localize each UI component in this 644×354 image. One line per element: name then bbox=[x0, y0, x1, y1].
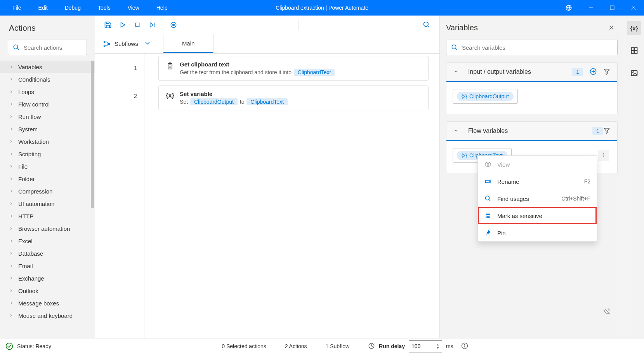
minimize-button[interactable] bbox=[580, 0, 601, 16]
incognito-icon bbox=[484, 212, 492, 220]
action-category-scripting[interactable]: Scripting bbox=[0, 148, 95, 160]
action-category-browser-automation[interactable]: Browser automation bbox=[0, 222, 95, 235]
actions-search[interactable] bbox=[8, 40, 87, 55]
action-step-1[interactable]: A Get clipboard text Get the text from t… bbox=[158, 56, 429, 81]
delay-unit: ms bbox=[446, 343, 453, 349]
menu-help[interactable]: Help bbox=[148, 0, 176, 16]
svg-point-15 bbox=[104, 41, 105, 42]
svg-line-14 bbox=[428, 26, 429, 27]
count-badge: 1 bbox=[592, 127, 603, 135]
action-category-file[interactable]: File bbox=[0, 160, 95, 173]
collapse-icon[interactable] bbox=[453, 69, 459, 75]
svg-line-43 bbox=[489, 199, 490, 201]
variables-rail-button[interactable]: {x} bbox=[627, 21, 641, 35]
chevron-right-icon bbox=[9, 188, 14, 195]
variable-chip: ClipboardOutput bbox=[190, 98, 238, 105]
actions-category-list[interactable]: VariablesConditionalsLoopsFlow controlRu… bbox=[0, 61, 95, 338]
menu-edit[interactable]: Edit bbox=[30, 0, 56, 16]
filter-button[interactable] bbox=[603, 68, 610, 76]
menu-file[interactable]: File bbox=[4, 0, 30, 16]
action-category-excel[interactable]: Excel bbox=[0, 235, 95, 247]
spinner-arrows[interactable]: ▲▼ bbox=[436, 343, 439, 350]
right-rail: {x} bbox=[624, 16, 644, 338]
action-category-compression[interactable]: Compression bbox=[0, 185, 95, 197]
close-button[interactable] bbox=[623, 0, 644, 16]
step-description: Get the text from the clipboard and stor… bbox=[180, 69, 335, 76]
action-category-ui-automation[interactable]: UI automation bbox=[0, 197, 95, 210]
variable-token[interactable]: {x}ClipboardOutput bbox=[457, 92, 514, 101]
window-title: Clipboard extraction | Power Automate bbox=[276, 5, 368, 11]
designer-search-button[interactable] bbox=[419, 17, 434, 32]
delay-value-input[interactable] bbox=[411, 343, 429, 349]
action-category-email[interactable]: Email bbox=[0, 260, 95, 272]
action-category-http[interactable]: HTTP bbox=[0, 210, 95, 222]
action-category-run-flow[interactable]: Run flow bbox=[0, 110, 95, 123]
svg-rect-37 bbox=[631, 70, 637, 75]
add-variable-button[interactable] bbox=[589, 68, 597, 77]
subflows-dropdown[interactable]: Subflows bbox=[95, 34, 163, 53]
variables-search[interactable] bbox=[446, 40, 618, 55]
variables-search-input[interactable] bbox=[462, 44, 613, 51]
clipboard-icon: A bbox=[166, 62, 174, 70]
svg-line-6 bbox=[17, 48, 19, 50]
ctx-mark-as-sensitive[interactable]: Mark as sensitive bbox=[478, 207, 597, 224]
variables-pane-title: Variables bbox=[446, 23, 605, 32]
chevron-right-icon bbox=[9, 163, 14, 170]
ui-elements-rail-button[interactable] bbox=[627, 44, 641, 58]
chevron-right-icon bbox=[9, 213, 14, 220]
save-button[interactable] bbox=[101, 17, 115, 32]
maximize-button[interactable] bbox=[601, 0, 623, 16]
action-category-message-boxes[interactable]: Message boxes bbox=[0, 297, 95, 309]
action-category-variables[interactable]: Variables bbox=[0, 61, 95, 73]
action-category-conditionals[interactable]: Conditionals bbox=[0, 73, 95, 85]
chevron-right-icon bbox=[9, 138, 14, 145]
svg-point-39 bbox=[487, 164, 489, 166]
ctx-pin[interactable]: Pin bbox=[478, 224, 597, 241]
scrollbar-thumb[interactable] bbox=[91, 61, 94, 208]
more-options-button[interactable] bbox=[598, 150, 609, 161]
run-button[interactable] bbox=[115, 17, 130, 32]
clear-button[interactable] bbox=[603, 307, 612, 316]
svg-rect-35 bbox=[631, 51, 634, 54]
variable-field[interactable]: {x}ClipboardOutput bbox=[453, 89, 518, 104]
designer-toolbar bbox=[95, 16, 439, 34]
svg-rect-2 bbox=[610, 6, 614, 10]
actions-search-input[interactable] bbox=[24, 44, 97, 51]
action-step-2[interactable]: {x} Set variable Set ClipboardOutput to … bbox=[158, 85, 429, 110]
action-category-mouse-and-keyboard[interactable]: Mouse and keyboard bbox=[0, 309, 95, 322]
chevron-right-icon bbox=[9, 64, 14, 70]
action-category-exchange[interactable]: Exchange bbox=[0, 272, 95, 284]
close-pane-button[interactable] bbox=[605, 21, 618, 34]
action-category-loops[interactable]: Loops bbox=[0, 85, 95, 98]
environment-badge[interactable] bbox=[565, 4, 572, 11]
action-category-database[interactable]: Database bbox=[0, 247, 95, 260]
svg-point-30 bbox=[603, 153, 604, 153]
run-delay-label: Run delay bbox=[379, 343, 405, 349]
action-category-system[interactable]: System bbox=[0, 123, 95, 135]
io-variables-section: Input / output variables 1 {x}ClipboardO… bbox=[446, 62, 618, 114]
step-name: Set variable bbox=[180, 91, 288, 97]
action-category-outlook[interactable]: Outlook bbox=[0, 284, 95, 297]
ctx-find-usages[interactable]: Find usagesCtrl+Shift+F bbox=[478, 190, 597, 207]
info-icon[interactable] bbox=[461, 342, 468, 351]
run-next-button[interactable] bbox=[145, 17, 160, 32]
menu-tools[interactable]: Tools bbox=[89, 0, 119, 16]
status-bar: Status: Ready 0 Selected actions 2 Actio… bbox=[0, 338, 644, 354]
run-delay-input[interactable]: ▲▼ bbox=[409, 340, 442, 352]
filter-button[interactable] bbox=[603, 127, 610, 135]
recorder-button[interactable] bbox=[166, 17, 181, 32]
collapse-icon[interactable] bbox=[453, 128, 459, 134]
images-rail-button[interactable] bbox=[627, 66, 641, 80]
stop-button[interactable] bbox=[130, 17, 145, 32]
chevron-right-icon bbox=[9, 76, 14, 83]
action-category-workstation[interactable]: Workstation bbox=[0, 135, 95, 148]
action-category-flow-control[interactable]: Flow control bbox=[0, 98, 95, 110]
action-category-folder[interactable]: Folder bbox=[0, 173, 95, 185]
tab-main[interactable]: Main bbox=[163, 34, 214, 53]
menu-debug[interactable]: Debug bbox=[56, 0, 89, 16]
svg-point-5 bbox=[14, 45, 18, 49]
svg-rect-8 bbox=[135, 23, 139, 26]
ctx-rename[interactable]: RenameF2 bbox=[478, 173, 597, 190]
chevron-right-icon bbox=[9, 151, 14, 157]
menu-view[interactable]: View bbox=[119, 0, 148, 16]
